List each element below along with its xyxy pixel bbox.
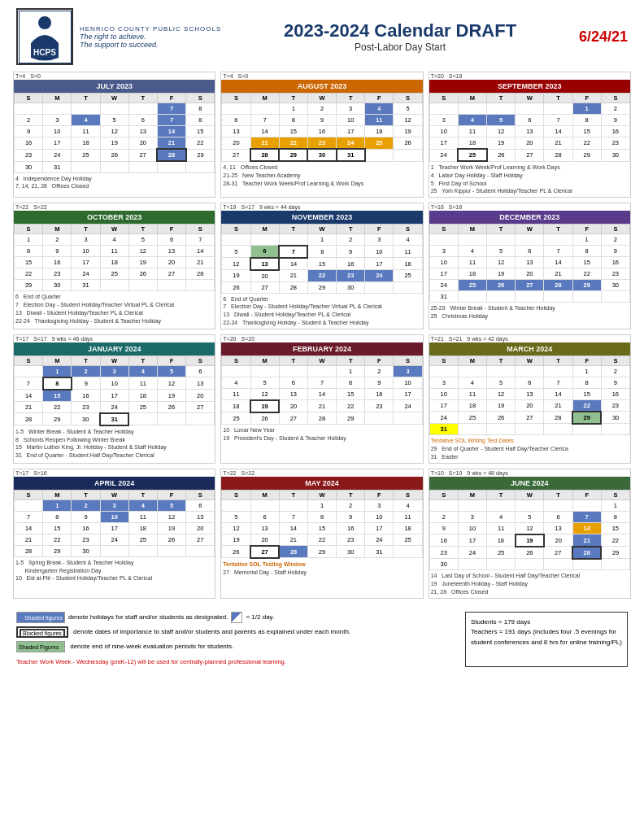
october-table: SMTWTFS 1234567 891011121314 15161718192…	[14, 224, 215, 291]
may-header: MAY 2024	[221, 477, 422, 490]
henrico-label: HENRICO COUNTY PUBLIC SCHOOLS	[80, 25, 221, 33]
july-table: SMTWTFS 78 2345678 9101112131415 1617181…	[14, 93, 215, 173]
january-table: SMTWTFS 123456 78910111213 1415161718192…	[14, 355, 215, 426]
september-table: SMTWTFS 12 3456789 10111213141516 171819…	[429, 93, 630, 162]
hcps-logo: HCPS	[16, 8, 73, 65]
may-stats: T=22S=22	[221, 469, 422, 477]
april-notes: 1-5 Spring Break - Student & Teacher Hol…	[14, 557, 215, 584]
february-table: SMTWTFS 123 45678910 11121314151617 1819…	[221, 355, 422, 425]
month-december: T=16S=16 DECEMBER 2023 SMTWTFS 12 345678…	[429, 203, 631, 329]
september-stats: T=20S=18	[429, 72, 630, 80]
april-table: SMTWTFS 123456 78910111213 1415161718192…	[14, 490, 215, 557]
may-notes: Tentative SOL Testing Window 27 Memorial…	[221, 559, 422, 578]
july-stats: T=4S=0	[14, 72, 215, 80]
may-table: SMTWTFS 1234 567891011 12131415161718 19…	[221, 490, 422, 559]
july-notes: 4 Independence Day Holiday 7, 14, 21, 28…	[14, 173, 215, 193]
august-notes: 4, 11 Offices Closed 21-25 New Teacher A…	[221, 162, 422, 189]
june-stats: T=10S=109 wks = 48 days	[429, 469, 630, 477]
month-september: T=20S=18 SEPTEMBER 2023 SMTWTFS 12 34567…	[429, 72, 631, 198]
blocked-figures-desc: denote dates of importance to staff and/…	[72, 626, 350, 638]
shaded-figures-desc: denote holidays for staff and/or student…	[68, 612, 228, 623]
main-title: 2023-2024 Calendar DRAFT	[284, 20, 516, 41]
october-notes: 6 End of Quarter 7 Election Day - Studen…	[14, 291, 215, 326]
april-header: APRIL 2024	[14, 477, 215, 490]
november-notes: 6 End of Quarter 7 Election Day - Studen…	[221, 294, 422, 329]
march-stats: T=21S=219 wks = 42 days	[429, 335, 630, 342]
tagline1: The right to achieve.	[80, 33, 221, 41]
november-stats: T=19S=179 wks = 44 days	[221, 203, 422, 211]
teachers-stat: Teachers = 191 days (includes four .5 ev…	[471, 627, 622, 648]
month-august: T=4S=0 AUGUST 2023 SMTWTFS 12345 6789101…	[220, 72, 423, 198]
month-march: T=21S=219 wks = 42 days MARCH 2024 SMTWT…	[429, 334, 631, 464]
march-header: MARCH 2024	[429, 342, 630, 355]
month-may: T=22S=22 MAY 2024 SMTWTFS 1234 567891011…	[220, 469, 423, 599]
december-stats: T=16S=16	[429, 203, 630, 211]
march-notes: Tentative SOL Writing Test Dates 29 End …	[429, 435, 630, 462]
september-header: SEPTEMBER 2023	[429, 80, 630, 93]
title-section: 2023-2024 Calendar DRAFT Post-Labor Day …	[284, 20, 516, 53]
shaded-figures-box: Shaded figures	[16, 612, 65, 623]
january-notes: 1-5 Winter Break - Student & Teacher Hol…	[14, 426, 215, 461]
november-header: NOVEMBER 2023	[221, 211, 422, 224]
logo-section: HCPS HENRICO COUNTY PUBLIC SCHOOLS The r…	[16, 8, 221, 65]
subtitle: Post-Labor Day Start	[284, 41, 516, 53]
month-october: T=22S=22 OCTOBER 2023 SMTWTFS 1234567 89…	[13, 203, 215, 329]
month-june: T=10S=109 wks = 48 days JUNE 2024 SMTWTF…	[429, 469, 631, 599]
march-table: SMTWTFS 12 3456789 10111213141516 171819…	[429, 355, 630, 436]
blocked-figures-label: Blocked figures	[20, 629, 65, 638]
june-table: SMTWTFS 1 2345678 9101112131415 16171819…	[429, 490, 630, 571]
january-header: JANUARY 2024	[14, 342, 215, 355]
august-stats: T=4S=0	[221, 72, 422, 80]
june-header: JUNE 2024	[429, 477, 630, 490]
green-shaded-label: Shaded Figures	[19, 644, 59, 650]
february-stats: T=20S=20	[221, 335, 422, 342]
october-header: OCTOBER 2023	[14, 211, 215, 224]
december-header: DECEMBER 2023	[429, 211, 630, 224]
month-february: T=20S=20 FEBRUARY 2024 SMTWTFS 123 45678…	[220, 334, 423, 464]
legend-shaded: Shaded figures denote holidays for staff…	[16, 612, 449, 623]
november-table: SMTWTFS 1234 567891011 12131415161718 19…	[221, 224, 422, 294]
svg-text:HCPS: HCPS	[33, 48, 56, 57]
month-july: T=4S=0 JULY 2023 SMTWTFS 78 2345678 9101…	[13, 72, 215, 198]
teacher-note: Teacher Work Week - Wednesday (preK-12) …	[16, 656, 449, 668]
month-april: T=17S=16 APRIL 2024 SMTWTFS 123456 78910…	[13, 469, 215, 599]
legend-left: Shaded figures denote holidays for staff…	[16, 612, 449, 668]
half-day-label: = 1/2 day.	[246, 612, 274, 623]
february-notes: 10 Lunar New Year 19 President's Day - S…	[221, 425, 422, 444]
students-stat: Students = 179 days	[471, 617, 622, 628]
blocked-figures-box: Blocked figures	[16, 626, 68, 638]
month-november: T=19S=179 wks = 44 days NOVEMBER 2023 SM…	[220, 203, 423, 329]
legend-area: Shaded figures denote holidays for staff…	[8, 605, 636, 674]
date-badge: 6/24/21	[579, 28, 628, 46]
tagline2: The support to succeed.	[80, 41, 221, 49]
month-january: T=17S=179 wks = 46 days JANUARY 2024 SMT…	[13, 334, 215, 464]
december-notes: 25-29 Winter Break - Student & Teacher H…	[429, 303, 630, 322]
january-stats: T=17S=179 wks = 46 days	[14, 335, 215, 342]
legend-green: Shaded Figures denote end of nine-week e…	[16, 641, 449, 652]
august-table: SMTWTFS 12345 6789101112 13141516171819 …	[221, 93, 422, 162]
half-day-icon	[231, 612, 242, 623]
july-header: JULY 2023	[14, 80, 215, 93]
shaded-figures-label: Shaded figures	[24, 615, 63, 621]
september-notes: 1 Teacher Work Week/Prof Learning & Work…	[429, 162, 630, 197]
april-stats: T=17S=16	[14, 469, 215, 477]
june-notes: 14 Last Day of School - Student Half Day…	[429, 570, 630, 597]
green-shaded-box: Shaded Figures	[16, 641, 65, 652]
calendars-grid: T=4S=0 JULY 2023 SMTWTFS 78 2345678 9101…	[8, 72, 636, 599]
page-header: HCPS HENRICO COUNTY PUBLIC SCHOOLS The r…	[8, 8, 636, 65]
svg-point-1	[38, 16, 51, 29]
green-shaded-desc: denote end of nine-week evaluation perio…	[68, 641, 233, 652]
legend-right: Students = 179 days Teachers = 191 days …	[465, 612, 628, 668]
august-header: AUGUST 2023	[221, 80, 422, 93]
december-table: SMTWTFS 12 3456789 10111213141516 171819…	[429, 224, 630, 303]
logo-text: HENRICO COUNTY PUBLIC SCHOOLS The right …	[80, 25, 221, 49]
february-header: FEBRUARY 2024	[221, 342, 422, 355]
legend-blocked: Blocked figures denote dates of importan…	[16, 626, 449, 638]
october-stats: T=22S=22	[14, 203, 215, 211]
